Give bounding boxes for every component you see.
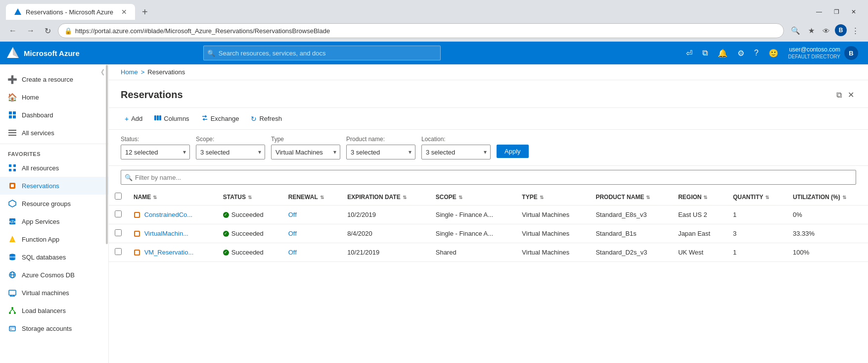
location-select-wrapper: 3 selected bbox=[421, 145, 491, 159]
new-tab-button[interactable]: + bbox=[139, 6, 151, 18]
product-select[interactable]: 3 selected bbox=[346, 145, 415, 159]
col-type[interactable]: TYPE⇅ bbox=[516, 189, 590, 206]
sidebar-item-all-services[interactable]: All services bbox=[0, 124, 108, 142]
row-name-link[interactable]: VM_Reservatio... bbox=[144, 249, 194, 256]
filter-search: 🔍 bbox=[121, 170, 856, 185]
notifications-btn[interactable]: 🔔 bbox=[714, 46, 731, 61]
azure-favicon bbox=[14, 8, 22, 16]
cell-status-0: ✓ Succeeded bbox=[217, 206, 282, 224]
sort-utilization-icon: ⇅ bbox=[842, 195, 846, 200]
table-row: VM_Reservatio... ✓ Succeeded Off 10/21/2… bbox=[109, 243, 868, 262]
close-page-btn[interactable]: ✕ bbox=[846, 88, 856, 102]
sidebar-item-resource-groups[interactable]: Resource groups bbox=[0, 195, 108, 212]
user-avatar[interactable]: B bbox=[844, 46, 858, 60]
sidebar-item-cosmos-db[interactable]: Azure Cosmos DB bbox=[0, 266, 108, 284]
refresh-button[interactable]: ↻ Refresh bbox=[247, 112, 286, 125]
table-row: ConstrainedCo... ✓ Succeeded Off 10/2/20… bbox=[109, 206, 868, 224]
columns-button[interactable]: Columns bbox=[150, 112, 193, 125]
sidebar-scrollbar[interactable] bbox=[105, 64, 108, 363]
cell-utilization-0: 0% bbox=[787, 206, 868, 224]
settings-btn[interactable]: ⚙ bbox=[733, 46, 748, 61]
forward-button[interactable]: → bbox=[24, 24, 38, 37]
sidebar-item-reservations[interactable]: Reservations bbox=[0, 177, 108, 195]
renewal-link[interactable]: Off bbox=[288, 249, 297, 256]
user-info[interactable]: user@contoso.com DEFAULT DIRECTORY B bbox=[784, 44, 862, 62]
row-checkbox-cell[interactable] bbox=[109, 243, 128, 262]
renewal-link[interactable]: Off bbox=[288, 211, 297, 218]
browser-tab[interactable]: Reservations - Microsoft Azure ✕ bbox=[6, 4, 135, 20]
bookmark-btn[interactable]: ★ bbox=[805, 24, 818, 37]
search-toolbar-btn[interactable]: 🔍 bbox=[788, 24, 803, 37]
renewal-link[interactable]: Off bbox=[288, 230, 297, 237]
browser-user-avatar[interactable]: B bbox=[835, 24, 847, 36]
table-header-row: NAME⇅ STATUS⇅ RENEWAL⇅ EXPIRATION DATE⇅ … bbox=[109, 189, 868, 206]
expand-btn[interactable]: ⧉ bbox=[834, 88, 844, 102]
browser-toolbar-icons: 🔍 ★ 👁 B ⋮ bbox=[788, 24, 862, 37]
sidebar-item-create-resource[interactable]: ➕ Create a resource bbox=[0, 70, 108, 88]
col-utilization[interactable]: UTILIZATION (%)⇅ bbox=[787, 189, 868, 206]
row-name-link[interactable]: ConstrainedCo... bbox=[144, 211, 193, 218]
search-input[interactable] bbox=[203, 46, 441, 60]
tab-close-btn[interactable]: ✕ bbox=[121, 8, 127, 16]
menu-btn[interactable]: ⋮ bbox=[849, 24, 862, 37]
col-product[interactable]: PRODUCT NAME⇅ bbox=[590, 189, 672, 206]
maximize-button[interactable]: ❐ bbox=[828, 6, 845, 17]
window-close-button[interactable]: ✕ bbox=[845, 6, 862, 17]
sidebar-collapse-btn[interactable]: 《 bbox=[97, 68, 104, 77]
sidebar-item-app-services[interactable]: </> App Services bbox=[0, 212, 108, 230]
scope-select[interactable]: 3 selected bbox=[196, 145, 265, 159]
row-checkbox-1[interactable] bbox=[115, 229, 122, 236]
sidebar-item-function-app[interactable]: ⚡ Function App bbox=[0, 230, 108, 248]
status-text: Succeeded bbox=[231, 211, 264, 218]
type-select[interactable]: Virtual Machines bbox=[271, 145, 340, 159]
portal-settings-icon-btn[interactable]: ⧉ bbox=[698, 46, 712, 60]
sidebar-item-load-balancers[interactable]: Load balancers bbox=[0, 302, 108, 319]
breadcrumb-home[interactable]: Home bbox=[121, 68, 138, 76]
col-region[interactable]: REGION⇅ bbox=[672, 189, 727, 206]
col-scope[interactable]: SCOPE⇅ bbox=[430, 189, 516, 206]
col-renewal[interactable]: RENEWAL⇅ bbox=[282, 189, 341, 206]
col-status[interactable]: STATUS⇅ bbox=[217, 189, 282, 206]
filter-search-input[interactable] bbox=[121, 170, 856, 185]
sidebar-item-all-resources[interactable]: All resources bbox=[0, 159, 108, 177]
status-select[interactable]: 12 selected bbox=[121, 145, 190, 159]
svg-rect-3 bbox=[9, 111, 12, 114]
sort-product-icon: ⇅ bbox=[646, 195, 650, 200]
sidebar-item-dashboard[interactable]: Dashboard bbox=[0, 106, 108, 124]
select-all-checkbox[interactable] bbox=[115, 193, 122, 200]
row-checkbox-cell[interactable] bbox=[109, 206, 128, 224]
row-checkbox-2[interactable] bbox=[115, 248, 122, 255]
svg-line-34 bbox=[10, 309, 12, 312]
row-name-link[interactable]: VirtualMachin... bbox=[144, 230, 188, 237]
cell-quantity-1: 3 bbox=[727, 224, 787, 243]
select-all-header[interactable] bbox=[109, 189, 128, 206]
back-button[interactable]: ← bbox=[6, 24, 20, 37]
svg-rect-13 bbox=[13, 169, 16, 171]
help-btn[interactable]: ? bbox=[750, 46, 763, 60]
row-checkbox-cell[interactable] bbox=[109, 224, 128, 243]
add-button[interactable]: + Add bbox=[121, 112, 146, 125]
address-bar[interactable]: 🔒 https://portal.azure.com/#blade/Micros… bbox=[58, 23, 784, 38]
page-content: Reservations ⧉ ✕ + Add bbox=[109, 80, 868, 363]
apply-button[interactable]: Apply bbox=[497, 145, 529, 158]
sidebar-item-virtual-machines[interactable]: Virtual machines bbox=[0, 284, 108, 302]
app-services-icon: </> bbox=[8, 217, 17, 226]
sidebar-item-sql-databases[interactable]: SQL databases bbox=[0, 248, 108, 266]
col-expiration[interactable]: EXPIRATION DATE⇅ bbox=[341, 189, 430, 206]
location-select[interactable]: 3 selected bbox=[421, 145, 491, 159]
sidebar-item-home[interactable]: 🏠 Home bbox=[0, 88, 108, 106]
profile-btn[interactable]: 👁 bbox=[820, 24, 833, 37]
exchange-button[interactable]: Exchange bbox=[197, 112, 243, 125]
minimize-button[interactable]: — bbox=[810, 6, 828, 17]
row-checkbox-0[interactable] bbox=[115, 210, 122, 217]
reload-button[interactable]: ↻ bbox=[42, 24, 54, 38]
col-name[interactable]: NAME⇅ bbox=[128, 189, 217, 206]
cloud-shell-btn[interactable]: ⏎ bbox=[682, 46, 696, 61]
sort-renewal-icon: ⇅ bbox=[320, 195, 324, 200]
sort-status-icon: ⇅ bbox=[248, 195, 252, 200]
col-quantity[interactable]: QUANTITY⇅ bbox=[727, 189, 787, 206]
topbar-search[interactable]: 🔍 bbox=[203, 46, 441, 60]
feedback-btn[interactable]: 🙂 bbox=[765, 46, 782, 61]
cell-status-1: ✓ Succeeded bbox=[217, 224, 282, 243]
sidebar-item-storage-accounts[interactable]: Storage accounts bbox=[0, 319, 108, 337]
